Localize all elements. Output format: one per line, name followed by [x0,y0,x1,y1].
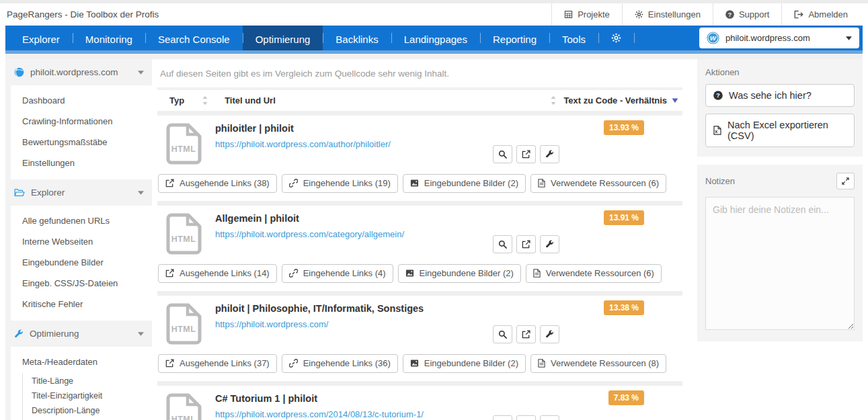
page-title: philoit | Philosophie, IT/Informatik, So… [215,302,424,314]
what-do-i-see-label: Was sehe ich hier? [729,90,812,101]
page-url[interactable]: https://philoit.wordpress.com/category/a… [215,229,404,239]
open-external-button[interactable] [516,415,536,420]
outgoing-links-label: Ausgehende Links (14) [180,268,270,278]
external-link-icon [165,269,174,278]
used-resources-button[interactable]: Verwendete Ressourcen (6) [530,174,666,193]
optimize-button[interactable] [540,145,559,163]
tab-explorer[interactable]: Explorer [9,26,73,50]
sidebar-item-dashboard[interactable]: Dashboard [11,90,152,111]
tab-optimierung[interactable]: Optimierung [243,26,323,50]
panel-gap [697,157,863,165]
column-titel-und-url[interactable]: Titel und Url [225,95,276,106]
sidebar-item-interne-webseiten[interactable]: Interne Webseiten [11,231,152,252]
optimize-button[interactable] [540,325,559,343]
sidebar-item-kritische-fehler[interactable]: Kritische Fehler [11,294,152,314]
file-type-label: HTML [165,415,202,420]
site-selector-value: philoit.wordpress.com [725,33,840,43]
tab-reporting[interactable]: Reporting [480,26,549,50]
html-file-icon: HTML [165,303,202,345]
outgoing-links-button[interactable]: Ausgehende Links (38) [158,174,277,193]
tab-search-console[interactable]: Search Console [145,26,243,50]
embedded-images-button[interactable]: Eingebundene Bilder (2) [403,354,526,373]
tab-monitoring[interactable]: Monitoring [73,26,145,50]
outgoing-links-button[interactable]: Ausgehende Links (14) [158,264,277,283]
ratio-badge: 13.93 % [604,120,644,135]
link-icon [289,179,298,187]
notizen-panel: Notizen [697,165,863,341]
question-icon [713,91,723,100]
tab-landingpages[interactable]: Landingpages [391,26,480,50]
incoming-links-button[interactable]: Eingehende Links (19) [282,174,398,193]
sidebar-subitem-title-laenge[interactable]: Title-Länge [23,374,152,389]
used-resources-label: Verwendete Ressourcen (8) [551,358,659,368]
support-link[interactable]: Support [713,3,782,26]
embedded-images-button[interactable]: Eingebundene Bilder (2) [398,264,521,283]
inspect-button[interactable] [493,415,512,420]
incoming-links-label: Eingehende Links (19) [303,178,391,188]
question-icon [725,10,734,19]
optimize-button[interactable] [540,415,559,420]
open-external-button[interactable] [516,325,536,343]
column-text-zu-code[interactable]: Text zu Code - Verhältnis [563,95,667,106]
inspect-button[interactable] [493,325,512,343]
incoming-links-button[interactable]: Eingehende Links (36) [282,354,398,373]
outgoing-links-button[interactable]: Ausgehende Links (37) [158,354,277,373]
external-link-icon [522,330,530,339]
sidebar-section-explorer[interactable]: Explorer [5,179,152,206]
incoming-links-button[interactable]: Eingehende Links (4) [282,264,393,283]
sort-desc-icon[interactable] [672,98,678,103]
notes-textarea[interactable] [705,197,855,330]
sidebar-subitem-titel-einzigartigkeit[interactable]: Titel-Einzigartigkeit [23,389,152,404]
wrench-icon [545,330,554,339]
page-url[interactable]: https://philoit.wordpress.com/2014/08/13… [215,409,424,419]
used-resources-button[interactable]: Verwendete Ressourcen (6) [526,264,662,283]
sidebar-item-alle-gefundenen-urls[interactable]: Alle gefundenen URLs [11,210,152,231]
settings-link[interactable]: Einstellungen [622,3,713,26]
sort-icon[interactable] [202,95,208,106]
what-do-i-see-button[interactable]: Was sehe ich hier? [705,84,855,107]
html-file-icon: HTML [165,123,202,165]
nav-gear-button[interactable] [598,26,634,50]
file-icon [538,359,545,368]
projects-link[interactable]: Projekte [551,3,622,26]
sidebar-item-crawling-informationen[interactable]: Crawling-Informationen [11,111,152,132]
main-nav: Explorer Monitoring Search Console Optim… [5,26,863,54]
tab-backlinks[interactable]: Backlinks [323,26,391,50]
sidebar-subitem-description-laenge[interactable]: Description-Länge [23,404,152,419]
expand-icon [842,177,849,185]
logout-link[interactable]: Abmelden [781,3,860,26]
sidebar-section-site[interactable]: philoit.wordpress.com [5,59,152,85]
embedded-images-button[interactable]: Eingebundene Bilder (2) [403,174,526,193]
incoming-links-label: Eingehende Links (36) [303,358,391,368]
export-excel-button[interactable]: Nach Excel exportieren (CSV) [705,114,855,147]
sidebar-section-explorer-label: Explorer [31,187,65,198]
outgoing-links-label: Ausgehende Links (38) [180,178,270,188]
sidebar-section-optimierung[interactable]: Optimierung [5,321,152,347]
sidebar-item-meta-headerdaten[interactable]: Meta-/Headerdaten [11,351,152,372]
expand-notes-button[interactable] [836,173,855,190]
page-url[interactable]: https://philoit.wordpress.com/ [215,319,328,329]
sidebar: philoit.wordpress.com Dashboard Crawling… [5,59,152,420]
sidebar-item-einstellungen[interactable]: Einstellungen [11,153,152,173]
optimize-button[interactable] [540,235,559,253]
column-typ[interactable]: Typ [169,95,184,106]
used-resources-label: Verwendete Ressourcen (6) [546,268,654,278]
sidebar-item-eingebundene-bilder[interactable]: Eingebundene Bilder [11,252,152,273]
used-resources-button[interactable]: Verwendete Ressourcen (8) [530,354,666,373]
sidebar-item-eingeb-css-js-dateien[interactable]: Eingeb. CSS/JS-Dateien [11,273,152,294]
sidebar-item-bewertungsmassstaebe[interactable]: Bewertungsmaßstäbe [11,132,152,153]
html-file-icon: HTML [165,393,202,420]
tab-tools[interactable]: Tools [549,26,598,50]
inspect-button[interactable] [493,235,512,253]
page-url[interactable]: https://philoit.wordpress.com/author/phi… [215,139,391,149]
inspect-button[interactable] [493,145,512,163]
table-row: HTML Allgemein | philoit https://philoit… [157,201,682,291]
external-link-icon [165,359,174,368]
open-external-button[interactable] [516,235,536,253]
top-links: Projekte Einstellungen Support Abmelden [551,3,860,26]
sort-icon[interactable] [550,95,557,106]
excel-file-icon [713,126,721,135]
open-external-button[interactable] [516,145,536,163]
embedded-images-label: Eingebundene Bilder (2) [424,178,518,188]
site-selector-dropdown[interactable]: philoit.wordpress.com [699,28,859,48]
